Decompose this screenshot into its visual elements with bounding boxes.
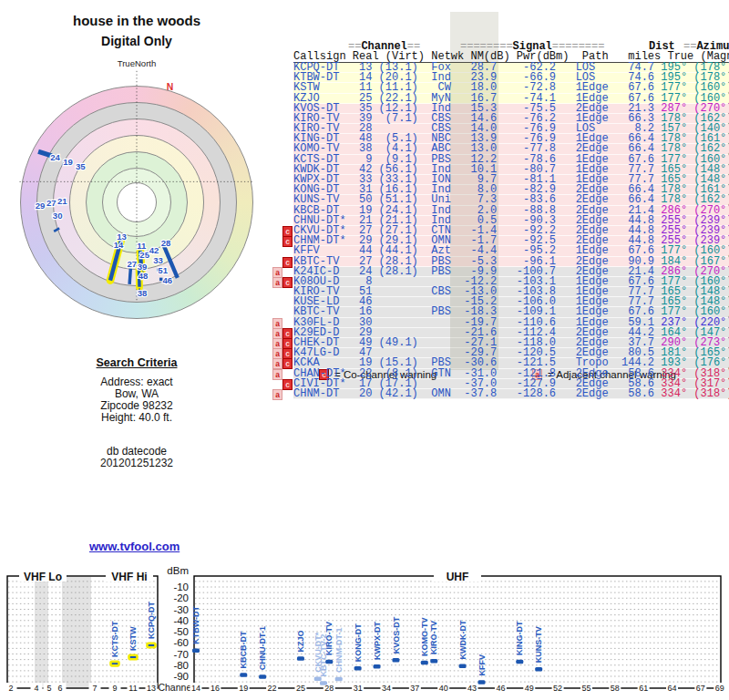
channel-tick-label: 25 (296, 684, 305, 693)
signal-bar (430, 659, 437, 664)
radar-channel-label: 27 (127, 259, 137, 269)
magnetic-north-marker: N (167, 82, 174, 92)
co-channel-warning-icon: c (282, 358, 293, 369)
co-channel-warning-icon: c (282, 226, 293, 237)
signal-bar (129, 655, 138, 660)
radar-channel-label: 21 (57, 196, 67, 206)
dbm-tick-label: -90 (173, 671, 189, 682)
radar-channel-label: 29 (36, 201, 46, 211)
signal-bar (111, 662, 119, 666)
signal-bar-callsign: KVOS-DT (392, 616, 401, 654)
signal-bar-callsign: CHNM-DT-1 (334, 628, 344, 674)
signal-bar (297, 656, 304, 661)
tvfool-report: house in the woods Digital Only 24193529… (0, 0, 729, 700)
co-channel-warning-icon: c (282, 257, 293, 268)
signal-bar-callsign: KCPQ-DT (147, 601, 156, 638)
radar-channel-label: 27 (46, 198, 56, 208)
signal-bar (325, 660, 333, 664)
channel-tick-label: 40 (439, 684, 448, 693)
signal-bar-callsign: KOMO-TV (420, 618, 429, 657)
radar-channel-label: 39 (138, 262, 148, 272)
signal-bar (259, 674, 266, 679)
adjacent-channel-warning-icon: a (272, 328, 282, 339)
radar-channel-label: 28 (161, 238, 171, 248)
signal-bar-callsign: KUNS-TV (534, 626, 543, 663)
radar-channel-label: 38 (138, 288, 148, 298)
search-criteria: Search Criteria Address: exact Bow, WA Z… (32, 357, 241, 469)
band-title: UHF (447, 571, 469, 583)
table-row: CHNM-DT 20 (42.1) OMN -37.8 -128.6 2Edge… (293, 389, 729, 399)
channel-tick-label: 69 (715, 684, 724, 693)
co-channel-warning-icon: c (282, 328, 293, 339)
signal-bar-callsign: KIRO-TV (325, 622, 334, 655)
channel-tick-label: 19 (239, 684, 248, 693)
band-title: VHF Lo (24, 571, 62, 583)
channel-tick-label: 37 (410, 684, 419, 693)
co-channel-warning-icon: c (282, 379, 293, 390)
signal-bar (392, 658, 399, 663)
signal-bar-callsign: KCTS-DT (110, 621, 119, 657)
channel-tick-label: 4 (34, 684, 38, 693)
tvfool-link[interactable]: www.tvfool.com (89, 540, 180, 553)
signal-bar-callsign: KBCB-DT (239, 631, 248, 668)
dbm-axis-title: dBm (167, 565, 189, 576)
dbm-tick-label: -80 (173, 660, 189, 671)
signal-bar-callsign: KFFV (477, 654, 487, 676)
signal-bar-callsign: KIRO-TV (429, 621, 438, 654)
adjacent-channel-warning-icon: a (272, 277, 282, 288)
channel-tick-label: 13 (147, 684, 156, 693)
radar-channel-label: 42 (149, 245, 159, 255)
dbm-tick-label: -30 (173, 604, 189, 615)
datecode-value: 201201251232 (32, 458, 241, 469)
adjacent-channel-warning-icon: a (272, 358, 282, 369)
radar-channel-label: 19 (63, 157, 73, 167)
band-title: VHF Hi (111, 571, 147, 583)
radar-overlay: 2419352927213013141125273948384233514628… (0, 46, 273, 346)
channel-tick-label: 67 (696, 684, 705, 693)
channel-tick-label: 16 (210, 684, 220, 693)
radar-channel-label: 33 (153, 255, 163, 265)
search-height: Height: 40.0 ft. (32, 412, 241, 424)
signal-bar (148, 643, 156, 648)
channel-tick-label: 7 (92, 684, 97, 693)
dbm-tick-label: -40 (173, 615, 189, 626)
channel-tick-label: 46 (496, 684, 505, 693)
radar-channel-label: 14 (114, 240, 124, 250)
channel-tick-label: 49 (525, 684, 534, 693)
signal-bar-callsign: KZJO (296, 631, 305, 653)
adjacent-channel-warning-icon: a (272, 389, 282, 400)
channel-tick-label: 31 (354, 684, 363, 693)
signal-bar (192, 649, 200, 654)
channel-tick-label: 14 (191, 684, 200, 693)
dbm-tick-label: -20 (173, 592, 189, 603)
signal-bar (459, 664, 467, 668)
signal-bar-callsign: KWPX-DT (373, 622, 382, 660)
co-channel-warning-icon: c (282, 348, 293, 359)
channel-axis-title: Channel (158, 682, 193, 693)
adjacent-channel-warning-icon: a (272, 369, 282, 380)
dbm-tick-label: -10 (173, 582, 189, 592)
channel-tick-label: 9 (112, 684, 117, 693)
radar-signal-bar (54, 228, 59, 232)
co-channel-warning-icon: c (282, 277, 293, 288)
true-north-label: TrueNorth (118, 58, 157, 68)
signal-bar (240, 673, 247, 677)
signal-bar (354, 666, 362, 671)
adjacent-channel-warning-icon: a (272, 348, 282, 359)
co-channel-warning-icon: c (282, 236, 293, 247)
channel-tick-label: 34 (382, 684, 391, 693)
channel-tick-label: 2 (8, 684, 13, 693)
radar-channel-label: 51 (158, 265, 168, 275)
channel-tick-label: 6 (57, 684, 62, 693)
channel-tick-label: 11 (128, 684, 137, 693)
channel-tick-label: 5 (46, 684, 51, 693)
signal-bar-callsign: KONG-DT (354, 623, 363, 662)
channel-tick-label: 43 (467, 684, 477, 693)
signal-bar (335, 677, 343, 682)
radar-signal-bar (129, 269, 130, 284)
signal-bar (320, 681, 327, 685)
radar-channel-label: 35 (76, 161, 86, 171)
radar-channel-label: 24 (50, 152, 60, 162)
adjacent-channel-warning-icon: a (272, 267, 282, 278)
station-table: ==Channel==========Signal========Dist==A… (293, 11, 729, 420)
